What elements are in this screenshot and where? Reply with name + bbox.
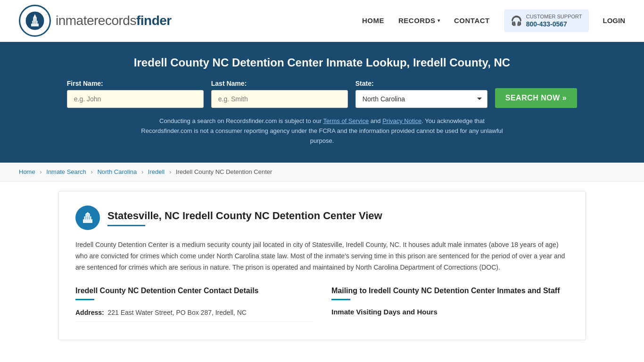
site-header: inmaterecordsfinder HOME RECORDS ▾ CONTA…: [0, 0, 644, 42]
disclaimer-text: Conducting a search on Recordsfinder.com…: [133, 116, 511, 146]
sep-3: ›: [141, 168, 143, 175]
svg-rect-13: [83, 216, 84, 220]
first-name-group: First Name:: [67, 80, 204, 108]
breadcrumb-state[interactable]: North Carolina: [97, 168, 137, 175]
visiting-section-title: Inmate Visiting Days and Hours: [331, 308, 569, 316]
last-name-input[interactable]: [211, 90, 348, 108]
svg-rect-9: [83, 219, 92, 223]
search-button[interactable]: SEARCH NOW »: [495, 88, 577, 108]
mailing-section: Mailing to Iredell County NC Detention C…: [331, 287, 569, 326]
svg-rect-5: [32, 21, 33, 24]
address-value: 221 East Water Street, PO Box 287, Irede…: [107, 309, 246, 316]
mailing-section-title: Mailing to Iredell County NC Detention C…: [331, 287, 569, 295]
nav-home[interactable]: HOME: [362, 16, 384, 25]
svg-marker-12: [85, 212, 90, 214]
support-phone: 800-433-0567: [526, 20, 582, 28]
svg-rect-15: [87, 216, 88, 220]
last-name-group: Last Name:: [211, 80, 348, 108]
chevron-down-icon: ▾: [438, 18, 440, 23]
nav-records[interactable]: RECORDS ▾: [398, 16, 440, 25]
sep-4: ›: [169, 168, 171, 175]
nav-login[interactable]: LOGIN: [603, 16, 626, 25]
svg-rect-2: [32, 21, 38, 24]
card-title-block: Statesville, NC Iredell County NC Detent…: [107, 210, 382, 226]
last-name-label: Last Name:: [211, 80, 247, 87]
logo-text: inmaterecordsfinder: [56, 13, 172, 28]
facility-icon: [75, 206, 100, 230]
breadcrumb-county[interactable]: Iredell: [148, 168, 165, 175]
mailing-underline: [331, 299, 350, 300]
privacy-link[interactable]: Privacy Notice: [382, 117, 421, 124]
svg-rect-6: [33, 21, 34, 24]
support-label: CUSTOMER SUPPORT: [526, 14, 582, 19]
address-label: Address:: [75, 309, 104, 316]
breadcrumb-home[interactable]: Home: [19, 168, 35, 175]
svg-rect-14: [85, 216, 86, 220]
state-select[interactable]: North Carolina Alabama Alaska Arizona Ar…: [355, 90, 487, 108]
svg-rect-8: [37, 21, 38, 24]
hero-section: Iredell County NC Detention Center Inmat…: [0, 42, 644, 163]
first-name-label: First Name:: [67, 80, 103, 87]
breadcrumb-current: Iredell County NC Detention Center: [176, 168, 272, 175]
title-underline: [107, 225, 145, 226]
breadcrumb-inmate-search[interactable]: Inmate Search: [46, 168, 86, 175]
logo-icon: [19, 5, 51, 37]
card-title: Statesville, NC Iredell County NC Detent…: [107, 210, 382, 222]
first-name-input[interactable]: [67, 90, 204, 108]
svg-rect-7: [35, 21, 36, 24]
nav-contact[interactable]: CONTACT: [454, 16, 490, 25]
two-col-section: Iredell County NC Detention Center Conta…: [75, 287, 569, 326]
contact-section-title: Iredell County NC Detention Center Conta…: [75, 287, 313, 295]
card-header: Statesville, NC Iredell County NC Detent…: [75, 206, 569, 230]
svg-rect-3: [33, 18, 37, 21]
description: Iredell County Detention Center is a med…: [75, 239, 569, 273]
tos-link[interactable]: Terms of Service: [323, 117, 369, 124]
breadcrumb: Home › Inmate Search › North Carolina › …: [0, 163, 644, 181]
svg-rect-16: [89, 216, 90, 220]
contact-details-section: Iredell County NC Detention Center Conta…: [75, 287, 313, 326]
headphone-icon: 🎧: [511, 15, 522, 26]
main-content: Statesville, NC Iredell County NC Detent…: [39, 191, 605, 340]
contact-underline: [75, 299, 94, 300]
customer-support: 🎧 CUSTOMER SUPPORT 800-433-0567: [504, 9, 589, 32]
address-row: Address: 221 East Water Street, PO Box 2…: [75, 308, 313, 322]
content-card: Statesville, NC Iredell County NC Detent…: [58, 191, 586, 340]
sep-1: ›: [40, 168, 41, 175]
search-form: First Name: Last Name: State: North Caro…: [19, 80, 625, 108]
state-label: State:: [355, 80, 374, 87]
svg-rect-17: [91, 216, 92, 220]
logo-area: inmaterecordsfinder: [19, 5, 172, 37]
main-nav: HOME RECORDS ▾ CONTACT 🎧 CUSTOMER SUPPOR…: [362, 9, 625, 32]
hero-title: Iredell County NC Detention Center Inmat…: [19, 56, 625, 69]
sep-2: ›: [91, 168, 92, 175]
state-group: State: North Carolina Alabama Alaska Ari…: [355, 80, 487, 108]
